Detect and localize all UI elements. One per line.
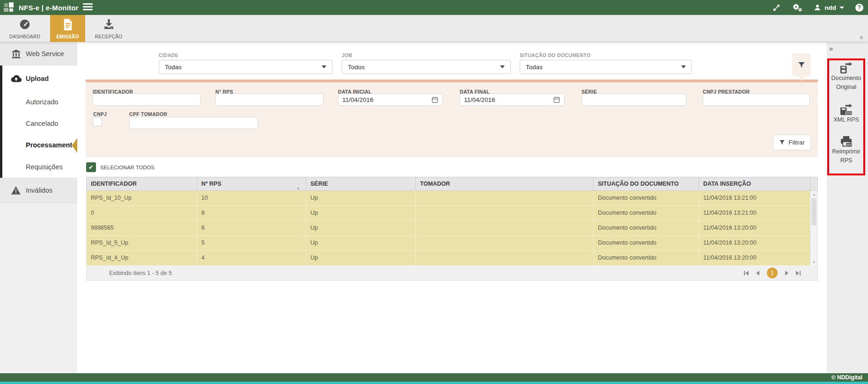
footer-accent-strip — [0, 382, 868, 384]
cnpj-checkbox[interactable] — [93, 117, 102, 126]
bank-icon — [10, 50, 22, 58]
sidebar-item-label: Autorizado — [26, 98, 58, 106]
user-icon — [814, 4, 821, 11]
expand-icon[interactable] — [772, 4, 780, 12]
identificador-input[interactable] — [93, 94, 201, 106]
table-row[interactable]: RPS_Id_10_Up 10 Up Documento convertido … — [87, 191, 810, 206]
select-all-checkbox[interactable] — [86, 162, 96, 172]
cidade-value: Todas — [165, 64, 182, 71]
app-logo-icon — [4, 2, 14, 13]
calendar-icon[interactable] — [431, 96, 439, 105]
menu-icon[interactable] — [83, 3, 93, 11]
column-header-serie[interactable]: SÉRIE — [306, 177, 416, 190]
save-export-rps-icon: RPS — [840, 104, 853, 116]
cidade-label: CIDADE — [159, 52, 178, 58]
sidebar-item-autorizado[interactable]: Autorizado — [0, 91, 77, 113]
column-header-data-insercao[interactable]: DATA INSERÇÃO — [699, 177, 810, 190]
sidebar-item-web-service[interactable]: Web Service — [0, 43, 77, 65]
panel-collapse-icon[interactable] — [829, 44, 833, 52]
sidebar-item-label: Inválidos — [26, 187, 52, 194]
current-page-badge[interactable]: 1 — [767, 268, 778, 278]
table-header: IDENTIFICADOR Nº RPS SÉRIE TOMADOR SITUA… — [86, 177, 818, 191]
job-label: JOB — [342, 52, 353, 58]
nrps-input[interactable] — [215, 94, 324, 106]
documento-original-button[interactable]: Documento Original — [831, 62, 861, 92]
select-all-label: SELECIONAR TODOS — [100, 165, 154, 170]
collapse-toolbar-icon[interactable] — [858, 36, 865, 39]
tab-dashboard[interactable]: DASHBOARD — [6, 15, 44, 42]
table-row[interactable]: 9898565 6 Up Documento convertido 11/04/… — [87, 221, 810, 236]
table-row[interactable]: RPS_Id_5_Up 5 Up Documento convertido 11… — [87, 236, 810, 251]
documents-table: IDENTIFICADOR Nº RPS SÉRIE TOMADOR SITUA… — [86, 177, 818, 281]
table-row[interactable]: 0 8 Up Documento convertido 11/04/2016 1… — [87, 206, 810, 221]
sidebar-item-cancelado[interactable]: Cancelado — [0, 113, 77, 134]
xml-rps-button[interactable]: RPS XML RPS — [833, 104, 859, 124]
titlebar: NFS-e | e-Monitor — [0, 0, 868, 15]
action-label: Documento — [831, 74, 861, 83]
column-header-identificador[interactable]: IDENTIFICADOR — [87, 177, 197, 190]
filtrar-button[interactable]: Filtrar — [773, 135, 811, 150]
tab-emissao[interactable]: EMISSÃO — [50, 15, 85, 42]
previous-page-button[interactable] — [756, 271, 759, 275]
save-export-icon — [840, 62, 853, 74]
action-label: XML RPS — [833, 116, 859, 124]
pager: 1 — [744, 268, 801, 278]
advanced-filter-toggle[interactable] — [792, 53, 811, 76]
tab-label: RECEPÇÃO — [95, 34, 123, 39]
next-page-button[interactable] — [785, 271, 788, 275]
tab-label: EMISSÃO — [56, 34, 79, 39]
reimprimir-rps-button[interactable]: RPS Reimprimir RPS — [832, 136, 860, 165]
job-select[interactable]: Todos — [342, 60, 511, 74]
document-icon — [63, 18, 73, 31]
funnel-icon — [798, 61, 805, 69]
filtrar-label: Filtrar — [788, 139, 805, 146]
footer-bar: © NDDigital — [0, 373, 868, 382]
sidebar-item-label: Web Service — [26, 50, 64, 58]
user-name: ndd — [824, 4, 836, 11]
situacao-select[interactable]: Todas — [520, 60, 692, 74]
action-label: RPS — [840, 156, 853, 165]
svg-text:RPS: RPS — [846, 112, 852, 115]
last-page-button[interactable] — [796, 271, 801, 275]
table-scrollbar[interactable] — [810, 191, 817, 266]
chevron-down-icon — [322, 65, 326, 68]
sidebar-item-invalidos[interactable]: Inválidos — [0, 178, 77, 203]
serie-input[interactable] — [581, 94, 686, 106]
job-value: Todos — [348, 64, 365, 71]
download-tray-icon — [103, 18, 115, 30]
chevron-down-icon — [839, 7, 844, 9]
scroll-down-icon — [810, 261, 818, 264]
sidebar-item-upload[interactable]: Upload — [0, 65, 77, 91]
cpf-tomador-input[interactable] — [129, 117, 258, 129]
filter-panel-notch — [797, 76, 806, 81]
action-label: Reimprimir — [832, 147, 860, 156]
first-page-button[interactable] — [744, 271, 749, 275]
sidebar-item-requisicoes[interactable]: Requisições — [0, 156, 77, 178]
cnpj-label: CNPJ — [93, 111, 107, 117]
tab-recepcao[interactable]: RECEPÇÃO — [89, 15, 128, 42]
column-header-situacao[interactable]: SITUAÇÃO DO DOCUMENTO — [594, 177, 699, 190]
chevron-down-icon — [681, 65, 686, 68]
column-header-tomador[interactable]: TOMADOR — [416, 177, 594, 190]
selected-item-marker — [72, 138, 77, 153]
data-final-input[interactable] — [460, 94, 565, 106]
sidebar-item-processamento[interactable]: Processamento — [0, 134, 77, 156]
module-toolbar: DASHBOARD EMISSÃO RECEPÇÃO — [0, 15, 868, 42]
sidebar-item-label: Processamento — [26, 141, 76, 149]
help-icon[interactable] — [855, 4, 863, 12]
tab-label: DASHBOARD — [9, 34, 40, 39]
table-footer: Exibindo itens 1 - 5 de 5 1 — [86, 266, 818, 281]
situacao-label: SITUAÇÃO DO DOCUMENTO — [520, 52, 590, 58]
calendar-icon[interactable] — [553, 96, 560, 105]
sort-icon[interactable] — [296, 182, 300, 190]
cidade-select[interactable]: Todas — [159, 60, 332, 74]
cnpj-prestador-input[interactable] — [703, 94, 810, 106]
sidebar-item-label: Cancelado — [26, 120, 58, 127]
column-header-nrps[interactable]: Nº RPS — [197, 177, 306, 190]
right-action-panel: Documento Original RPS XML RPS — [827, 43, 868, 373]
data-inicial-input[interactable] — [338, 94, 443, 106]
settings-icon[interactable] — [792, 3, 802, 12]
cpf-tomador-label: CPF TOMADOR — [129, 111, 167, 117]
user-menu[interactable]: ndd — [814, 4, 844, 11]
table-row[interactable]: RPS_Id_4_Up 4 Up Documento convertido 11… — [87, 251, 810, 266]
